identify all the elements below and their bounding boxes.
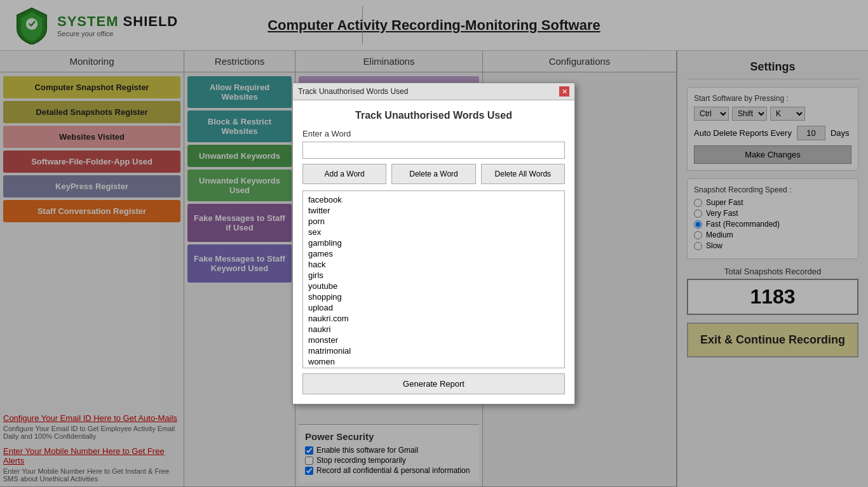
list-item: upload <box>308 302 559 313</box>
list-item: sex <box>308 227 559 237</box>
list-item: youtube <box>308 281 559 291</box>
list-item: girls <box>308 270 559 281</box>
list-item: shopping <box>308 291 559 302</box>
word-input[interactable] <box>302 142 565 159</box>
list-item: games <box>308 248 559 259</box>
list-item: matrimonial <box>308 345 559 356</box>
list-item: naukri.com <box>308 313 559 324</box>
list-item: monster <box>308 335 559 345</box>
list-item: hack <box>308 259 559 270</box>
modal-titlebar-text: Track Unauthorised Words Used <box>298 87 408 96</box>
words-list: facebooktwitterpornsexgamblinggameshackg… <box>302 190 565 368</box>
modal-close-button[interactable]: ✕ <box>559 86 569 97</box>
modal-body: Track Unauthorised Words Used Enter a Wo… <box>293 100 574 404</box>
list-item: naukri <box>308 324 559 335</box>
list-item: twitter <box>308 205 559 216</box>
list-item: love <box>308 367 559 368</box>
modal-input-label: Enter a Word <box>302 129 565 138</box>
list-item: gambling <box>308 237 559 248</box>
modal-titlebar: Track Unauthorised Words Used ✕ <box>293 83 574 100</box>
modal-title: Track Unauthorised Words Used <box>302 110 565 121</box>
generate-report-button[interactable]: Generate Report <box>302 373 565 394</box>
delete-all-words-button[interactable]: Delete All Words <box>481 164 565 184</box>
list-item: women <box>308 356 559 367</box>
add-word-button[interactable]: Add a Word <box>302 164 386 184</box>
list-item: facebook <box>308 194 559 205</box>
modal-buttons: Add a Word Delete a Word Delete All Word… <box>302 164 565 184</box>
list-item: porn <box>308 216 559 227</box>
track-words-modal: Track Unauthorised Words Used ✕ Track Un… <box>292 83 575 404</box>
delete-word-button[interactable]: Delete a Word <box>391 164 475 184</box>
